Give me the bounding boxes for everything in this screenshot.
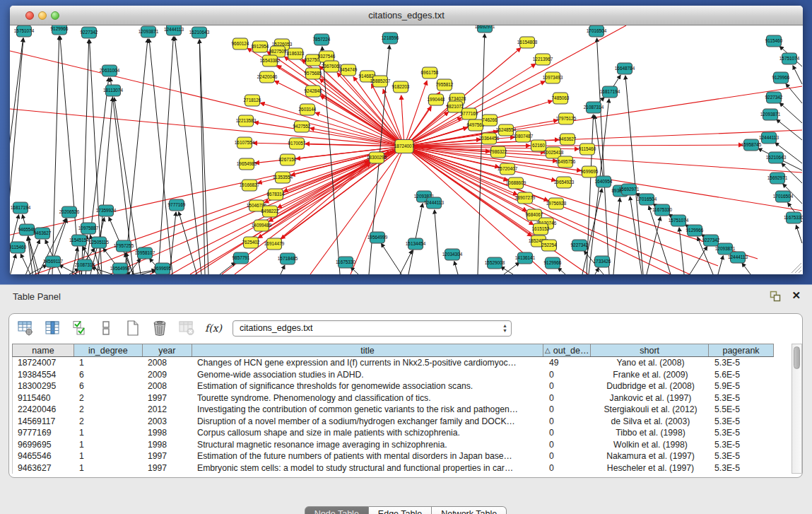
graph-node[interactable] xyxy=(509,177,524,189)
graph-node[interactable] xyxy=(704,235,719,246)
graph-node[interactable] xyxy=(117,240,131,252)
graph-node[interactable] xyxy=(671,215,686,226)
graph-node[interactable] xyxy=(260,71,275,83)
graph-node[interactable] xyxy=(469,119,483,131)
graph-node[interactable] xyxy=(763,109,778,120)
graph-node[interactable] xyxy=(557,177,572,188)
graph-node[interactable] xyxy=(370,152,384,163)
table-cell[interactable]: Estimation of significance thresholds fo… xyxy=(192,380,544,392)
graph-node[interactable] xyxy=(516,131,531,142)
table-cell[interactable]: 5.3E-5 xyxy=(710,462,774,474)
table-cell[interactable]: 2 xyxy=(74,404,143,416)
graph-node[interactable] xyxy=(546,147,561,158)
graph-node[interactable] xyxy=(520,37,535,48)
graph-node[interactable] xyxy=(518,192,533,204)
graph-node[interactable] xyxy=(267,238,282,250)
table-cell[interactable]: 1 xyxy=(74,357,143,369)
graph-node[interactable] xyxy=(245,95,260,106)
graph-node[interactable] xyxy=(233,38,248,49)
table-cell[interactable]: 1997 xyxy=(143,392,192,404)
table-cell[interactable]: 0 xyxy=(544,416,592,428)
graph-node[interactable] xyxy=(35,228,50,239)
graph-node[interactable] xyxy=(478,25,493,33)
tab-edge-table[interactable]: Edge Table xyxy=(369,506,432,514)
graph-node[interactable] xyxy=(395,140,413,153)
column-header-title[interactable]: title xyxy=(192,344,544,356)
table-row[interactable]: 1830029562008Estimation of significance … xyxy=(13,380,774,392)
graph-node[interactable] xyxy=(542,240,557,251)
table-cell[interactable]: Embryonic stem cells: a model to study s… xyxy=(192,462,544,474)
graph-node[interactable] xyxy=(78,259,93,271)
function-builder-icon[interactable]: f(x) xyxy=(204,319,223,337)
graph-node[interactable] xyxy=(445,249,460,260)
delete-table-icon-disabled[interactable] xyxy=(177,319,196,337)
graph-node[interactable] xyxy=(141,26,156,37)
graph-node[interactable] xyxy=(20,224,35,235)
table-cell[interactable]: 2003 xyxy=(143,416,192,428)
table-cell[interactable]: 5.6E-5 xyxy=(710,369,774,381)
graph-node[interactable] xyxy=(499,124,514,136)
graph-node[interactable] xyxy=(276,172,290,183)
table-cell[interactable]: 14569117 xyxy=(13,416,74,428)
column-header-out_de[interactable]: △out_de… xyxy=(543,344,591,356)
table-row[interactable]: 1456911722003Disruption of a novel membe… xyxy=(13,416,774,428)
graph-node[interactable] xyxy=(774,72,789,83)
table-cell[interactable]: 0 xyxy=(544,392,592,404)
table-cell[interactable]: 22420046 xyxy=(13,404,74,416)
table-row[interactable]: 969969511998Structural magnetic resonanc… xyxy=(13,439,774,451)
table-cell[interactable]: Dudbridge et al. (2008) xyxy=(592,380,710,392)
graph-node[interactable] xyxy=(546,257,560,269)
graph-node[interactable] xyxy=(782,53,797,64)
table-cell[interactable]: 1998 xyxy=(143,439,192,451)
graph-node[interactable] xyxy=(306,54,321,66)
graph-node[interactable] xyxy=(770,173,785,184)
graph-node[interactable] xyxy=(587,102,601,113)
graph-node[interactable] xyxy=(582,166,597,177)
graph-node[interactable] xyxy=(244,237,259,248)
column-header-year[interactable]: year xyxy=(143,344,192,356)
table-cell[interactable]: Estimation of the future numbers of pati… xyxy=(192,450,544,462)
table-cell[interactable]: 0 xyxy=(544,369,592,381)
table-cell[interactable]: 9115460 xyxy=(13,392,74,404)
graph-node[interactable] xyxy=(553,93,568,104)
table-cell[interactable]: 2009 xyxy=(143,369,192,381)
graph-node[interactable] xyxy=(17,25,32,37)
table-cell[interactable]: 0 xyxy=(544,380,592,392)
table-cell[interactable]: Corpus callosum shape and size in male p… xyxy=(192,427,544,439)
table-cell[interactable]: 0 xyxy=(544,439,592,451)
graph-node[interactable] xyxy=(437,79,452,90)
vertical-scrollbar[interactable] xyxy=(792,344,802,474)
table-row[interactable]: 2242004622012Investigating the contribut… xyxy=(13,404,774,416)
graph-node[interactable] xyxy=(536,54,551,65)
table-cell[interactable]: 1 xyxy=(74,439,143,451)
graph-node[interactable] xyxy=(518,252,533,264)
graph-node[interactable] xyxy=(306,86,321,97)
graph-node[interactable] xyxy=(531,140,546,151)
graph-node[interactable] xyxy=(744,139,759,151)
column-header-in_degree[interactable]: in_degree xyxy=(74,344,143,356)
table-cell[interactable]: Yano et al. (2008) xyxy=(592,357,710,369)
graph-node[interactable] xyxy=(192,27,207,38)
table-cell[interactable]: 5.3E-5 xyxy=(710,392,774,404)
graph-node[interactable] xyxy=(429,94,444,105)
close-panel-icon[interactable]: ✕ xyxy=(792,289,801,302)
graph-node[interactable] xyxy=(46,256,61,267)
graph-node[interactable] xyxy=(72,235,87,246)
graph-node[interactable] xyxy=(688,225,702,236)
graph-node[interactable] xyxy=(559,113,574,124)
graph-node[interactable] xyxy=(558,156,573,168)
table-cell[interactable]: 2012 xyxy=(143,404,192,416)
graph-node[interactable] xyxy=(106,85,121,96)
graph-node[interactable] xyxy=(448,101,463,112)
graph-node[interactable] xyxy=(655,204,670,216)
graph-node[interactable] xyxy=(462,108,477,119)
graph-node[interactable] xyxy=(483,115,498,126)
table-cell[interactable]: Disruption of a novel member of a sodium… xyxy=(192,416,544,428)
graph-node[interactable] xyxy=(113,263,128,274)
graph-node[interactable] xyxy=(234,252,249,264)
table-cell[interactable]: 5.3E-5 xyxy=(710,416,774,428)
graph-node[interactable] xyxy=(640,194,654,205)
graph-node[interactable] xyxy=(596,176,611,187)
graph-node[interactable] xyxy=(11,242,25,253)
table-cell[interactable]: Investigating the contribution of common… xyxy=(192,404,544,416)
